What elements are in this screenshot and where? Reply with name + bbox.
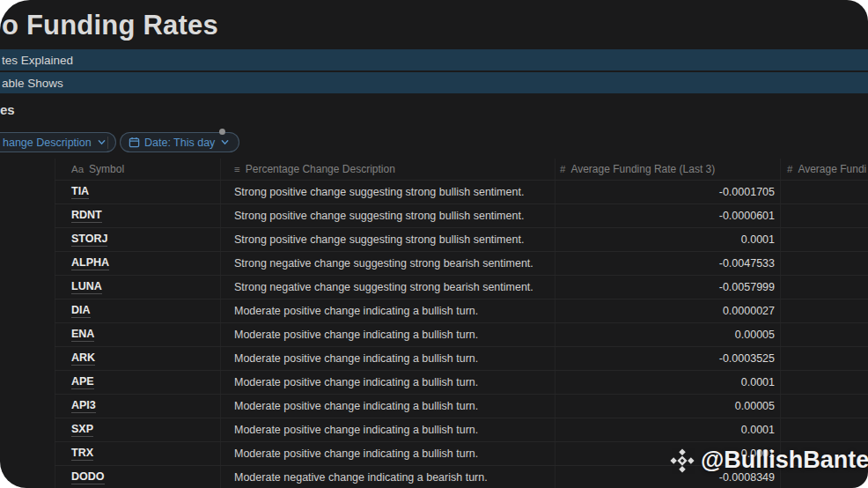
table-row[interactable]: LUNA Strong negative change suggesting s… — [55, 276, 868, 299]
table-row[interactable]: TIA Strong positive change suggesting st… — [55, 181, 868, 204]
symbol-cell[interactable]: ENA — [55, 323, 220, 346]
symbol-link[interactable]: LUNA — [71, 280, 102, 294]
avg-rate-cell[interactable]: -0.0001705 — [555, 181, 780, 203]
description-cell[interactable]: Strong positive change suggesting strong… — [220, 204, 555, 227]
description-cell[interactable]: Moderate positive change indicating a bu… — [220, 299, 555, 322]
symbol-link[interactable]: ENA — [71, 328, 94, 342]
avg-rate-cell[interactable]: 0.00005 — [555, 395, 780, 418]
page-title[interactable]: o Funding Rates — [2, 10, 218, 41]
rate-value: 0.0001 — [741, 233, 775, 246]
column-header-description[interactable]: ≡ Percentage Change Description — [220, 159, 555, 180]
avg-funding-cell[interactable] — [780, 181, 868, 203]
avg-funding-cell[interactable] — [780, 395, 868, 418]
title-property-icon: Aa — [71, 164, 84, 174]
number-property-icon: # — [787, 164, 792, 174]
rate-value: 0.00005 — [735, 329, 775, 341]
description-cell[interactable]: Strong positive change suggesting strong… — [220, 181, 555, 203]
column-header-avg-rate[interactable]: # Average Funding Rate (Last 3) — [555, 159, 780, 180]
symbol-cell[interactable]: ALPHA — [55, 252, 220, 275]
avg-rate-cell[interactable]: 0.00005 — [555, 323, 780, 346]
symbol-link[interactable]: DODO — [71, 470, 105, 484]
avg-rate-cell[interactable]: 0.0000027 — [555, 299, 780, 322]
description-text: Strong positive change suggesting strong… — [234, 210, 524, 222]
table-row[interactable]: SXP Moderate positive change indicating … — [55, 418, 868, 442]
symbol-link[interactable]: DIA — [71, 304, 91, 318]
description-cell[interactable]: Moderate positive change indicating a bu… — [220, 371, 555, 394]
description-cell[interactable]: Strong negative change suggesting strong… — [220, 276, 555, 299]
rate-value: -0.0000601 — [719, 210, 775, 222]
avg-rate-cell[interactable]: -0.0003525 — [555, 347, 780, 370]
table-row[interactable]: ALPHA Strong negative change suggesting … — [55, 252, 868, 276]
symbol-cell[interactable]: ARK — [55, 347, 220, 370]
symbol-cell[interactable]: APE — [55, 371, 220, 394]
symbol-cell[interactable]: API3 — [55, 395, 220, 418]
avg-rate-cell[interactable]: -0.0047533 — [555, 252, 780, 275]
table-row[interactable]: ENA Moderate positive change indicating … — [55, 323, 868, 347]
symbol-link[interactable]: APE — [71, 375, 94, 389]
avg-rate-cell[interactable]: 0.0001 — [555, 371, 780, 394]
avg-funding-cell[interactable] — [780, 204, 868, 227]
symbol-cell[interactable]: TRX — [55, 442, 220, 465]
table-row[interactable]: DIA Moderate positive change indicating … — [55, 299, 868, 323]
filter-chip-date[interactable]: Date: This day — [120, 132, 239, 152]
symbol-link[interactable]: STORJ — [71, 233, 107, 247]
symbol-cell[interactable]: STORJ — [55, 228, 220, 251]
column-header-avg-funding[interactable]: # Average Fundi — [780, 159, 868, 180]
column-header-symbol[interactable]: Aa Symbol — [55, 159, 220, 180]
symbol-link[interactable]: TRX — [71, 447, 93, 461]
callout-table-shows[interactable]: able Shows — [0, 72, 868, 93]
description-text: Strong positive change suggesting strong… — [234, 186, 524, 198]
symbol-link[interactable]: TIA — [71, 185, 89, 199]
symbol-link[interactable]: ALPHA — [71, 256, 109, 270]
callout-rates-explained[interactable]: tes Explained — [0, 49, 868, 70]
table-row[interactable]: STORJ Strong positive change suggesting … — [55, 228, 868, 252]
symbol-link[interactable]: API3 — [71, 399, 96, 413]
description-cell[interactable]: Moderate positive change indicating a bu… — [220, 323, 555, 346]
symbol-cell[interactable]: LUNA — [55, 276, 220, 299]
description-cell[interactable]: Moderate negative change indicating a be… — [220, 466, 555, 488]
description-cell[interactable]: Moderate positive change indicating a bu… — [220, 347, 555, 370]
avg-funding-cell[interactable] — [780, 347, 868, 370]
avg-funding-cell[interactable] — [780, 418, 868, 441]
symbol-cell[interactable]: DIA — [55, 299, 220, 322]
description-text: Strong negative change suggesting strong… — [234, 281, 533, 293]
symbol-cell[interactable]: RDNT — [55, 204, 220, 227]
symbol-cell[interactable]: SXP — [55, 418, 220, 441]
filter-chip-change-description[interactable]: hange Description — [0, 132, 116, 152]
symbol-cell[interactable]: TIA — [55, 181, 220, 203]
table-row[interactable]: ARK Moderate positive change indicating … — [55, 347, 868, 371]
description-text: Moderate positive change indicating a bu… — [234, 424, 478, 436]
avg-rate-cell[interactable]: 0.0001 — [555, 228, 780, 251]
table-row[interactable]: RDNT Strong positive change suggesting s… — [55, 204, 868, 228]
watermark: @BullishBanter — [669, 447, 868, 474]
avg-funding-cell[interactable] — [780, 252, 868, 275]
avg-funding-cell[interactable] — [780, 371, 868, 394]
column-header-label: Percentage Change Description — [246, 163, 395, 175]
description-text: Strong positive change suggesting strong… — [234, 233, 524, 246]
avg-rate-cell[interactable]: -0.0000601 — [555, 204, 780, 227]
rate-value: 0.0001 — [741, 376, 775, 388]
description-text: Moderate positive change indicating a bu… — [234, 305, 478, 317]
rate-value: 0.0001 — [741, 424, 775, 436]
avg-rate-cell[interactable]: -0.0057999 — [555, 276, 780, 299]
symbol-link[interactable]: SXP — [71, 423, 93, 437]
table-row[interactable]: APE Moderate positive change indicating … — [55, 371, 868, 395]
chevron-down-icon — [221, 138, 229, 146]
symbol-link[interactable]: ARK — [71, 351, 95, 366]
avg-funding-cell[interactable] — [780, 323, 868, 346]
description-text: Moderate positive change indicating a bu… — [234, 376, 478, 388]
description-cell[interactable]: Moderate positive change indicating a bu… — [220, 442, 555, 465]
description-cell[interactable]: Moderate positive change indicating a bu… — [220, 395, 555, 418]
description-cell[interactable]: Strong positive change suggesting strong… — [220, 228, 555, 251]
avg-funding-cell[interactable] — [780, 276, 868, 299]
avg-rate-cell[interactable]: 0.0001 — [555, 418, 780, 441]
avg-funding-cell[interactable] — [780, 228, 868, 251]
description-cell[interactable]: Strong negative change suggesting strong… — [220, 252, 555, 275]
symbol-cell[interactable]: DODO — [55, 466, 220, 488]
rate-value: -0.0047533 — [719, 257, 775, 270]
description-text: Strong negative change suggesting strong… — [234, 257, 533, 270]
description-cell[interactable]: Moderate positive change indicating a bu… — [220, 418, 555, 441]
avg-funding-cell[interactable] — [780, 299, 868, 322]
symbol-link[interactable]: RDNT — [71, 209, 102, 223]
table-row[interactable]: API3 Moderate positive change indicating… — [55, 395, 868, 418]
